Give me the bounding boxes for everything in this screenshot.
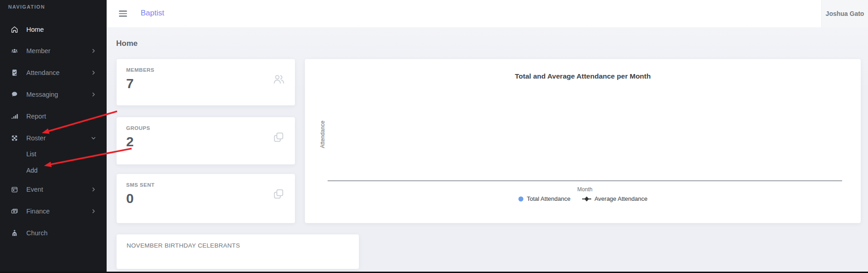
stat-value: 7	[126, 76, 285, 91]
calendar-icon	[11, 186, 18, 193]
user-name: Joshua Gato	[826, 10, 864, 17]
users-icon	[11, 47, 18, 55]
sidebar-item-roster[interactable]: Roster	[0, 130, 107, 146]
sms-sent-stat-card: SMS SENT 0	[117, 174, 295, 223]
birthday-card-title: NOVEMBER BIRTHDAY CELEBRANTS	[127, 242, 349, 249]
sidebar-item-label: List	[26, 150, 36, 158]
sidebar-item-event[interactable]: Event	[0, 182, 107, 197]
sidebar-item-label: Roster	[26, 134, 46, 142]
sidebar-item-roster-add[interactable]: Add	[0, 163, 107, 178]
bar-chart-icon	[11, 113, 18, 120]
x-axis-line	[328, 180, 842, 181]
page-title: Home	[116, 39, 137, 48]
sidebar-item-label: Attendance	[26, 69, 59, 76]
chevron-right-icon	[91, 92, 96, 97]
app-window: NAVIGATION Home Member Attendance	[0, 0, 868, 273]
stat-label: GROUPS	[126, 125, 285, 131]
sidebar-item-label: Home	[26, 26, 44, 33]
chevron-right-icon	[91, 208, 96, 214]
y-axis-label: Attendance	[319, 121, 326, 149]
grid-icon	[11, 134, 18, 142]
sidebar-item-label: Messaging	[26, 91, 58, 98]
circle-marker-icon	[518, 196, 524, 202]
attendance-chart-card: Total and Average Attendance per Month A…	[305, 59, 861, 223]
stat-label: MEMBERS	[126, 67, 285, 73]
chevron-right-icon	[91, 187, 96, 192]
church-icon	[11, 229, 18, 237]
cash-icon	[11, 208, 18, 215]
chevron-right-icon	[91, 70, 96, 75]
sidebar-item-label: Add	[26, 167, 38, 174]
chat-icon	[11, 91, 18, 98]
brand-link[interactable]: Baptist	[141, 9, 164, 18]
sidebar-section-label: NAVIGATION	[8, 4, 45, 10]
sidebar-item-roster-list[interactable]: List	[0, 146, 107, 162]
home-icon	[11, 26, 18, 33]
attendance-icon	[11, 69, 18, 76]
sidebar-item-home[interactable]: Home	[0, 22, 107, 37]
sidebar-item-label: Finance	[26, 208, 50, 215]
legend-label: Total Attendance	[527, 195, 570, 202]
sidebar-item-attendance[interactable]: Attendance	[0, 65, 107, 80]
sidebar-item-label: Member	[26, 47, 50, 55]
sidebar-item-member[interactable]: Member	[0, 43, 107, 59]
sidebar: NAVIGATION Home Member Attendance	[0, 0, 107, 273]
legend-label: Average Attendance	[594, 195, 647, 202]
sidebar-item-report[interactable]: Report	[0, 109, 107, 124]
chevron-down-icon	[91, 135, 96, 141]
stat-label: SMS SENT	[126, 182, 285, 188]
birthday-celebrants-card: NOVEMBER BIRTHDAY CELEBRANTS	[117, 234, 359, 269]
x-axis-label: Month	[577, 186, 592, 193]
chevron-right-icon	[91, 48, 96, 54]
sidebar-item-label: Report	[26, 113, 46, 120]
diamond-line-marker-icon	[582, 196, 591, 202]
user-menu[interactable]: Joshua Gato	[821, 0, 868, 27]
top-header: Baptist Joshua Gato	[107, 0, 868, 27]
legend-item-average[interactable]: Average Attendance	[582, 195, 647, 202]
sidebar-item-church[interactable]: Church	[0, 225, 107, 241]
sidebar-item-label: Church	[26, 229, 48, 237]
groups-stat-card: GROUPS 2	[117, 117, 295, 164]
stat-value: 0	[126, 191, 285, 206]
hamburger-menu-icon[interactable]	[119, 10, 127, 17]
chart-title: Total and Average Attendance per Month	[305, 72, 861, 80]
layers-icon	[273, 131, 285, 144]
sidebar-item-messaging[interactable]: Messaging	[0, 87, 107, 102]
sidebar-item-label: Event	[26, 186, 43, 193]
legend-item-total[interactable]: Total Attendance	[518, 195, 570, 202]
chart-legend: Total Attendance Average Attendance	[305, 195, 861, 202]
members-stat-card: MEMBERS 7	[117, 59, 295, 105]
users-outline-icon	[273, 73, 285, 85]
layers-icon	[273, 188, 285, 200]
stat-value: 2	[126, 134, 285, 149]
sidebar-item-finance[interactable]: Finance	[0, 204, 107, 219]
